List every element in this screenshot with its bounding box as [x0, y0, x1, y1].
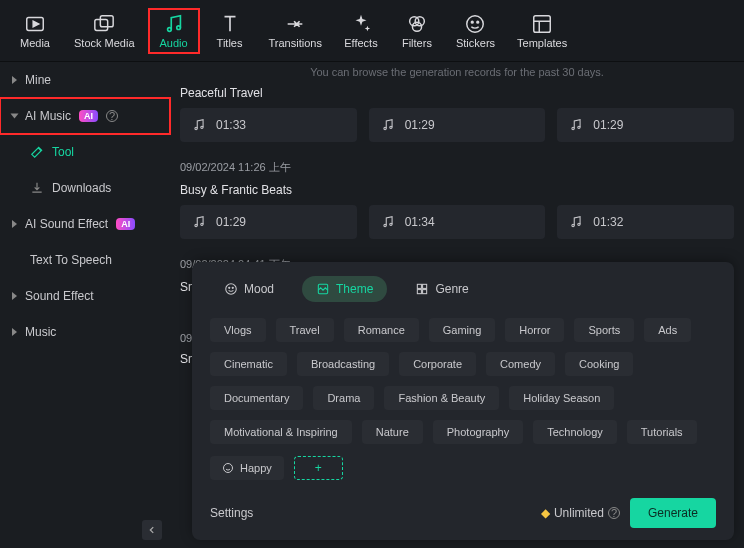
svg-point-20: [201, 223, 203, 225]
chip-photography[interactable]: Photography: [433, 420, 523, 444]
clip-duration: 01:32: [593, 215, 623, 229]
svg-point-25: [226, 284, 237, 295]
nav-label: Templates: [517, 37, 567, 49]
wand-icon: [30, 145, 44, 159]
tab-mood[interactable]: Mood: [210, 276, 288, 302]
tab-theme[interactable]: Theme: [302, 276, 387, 302]
nav-stickers[interactable]: Stickers: [448, 9, 503, 53]
sidebar-item-mine[interactable]: Mine: [0, 62, 170, 98]
music-note-icon: [381, 118, 395, 132]
nav-effects[interactable]: Effects: [336, 9, 386, 53]
chip-sports[interactable]: Sports: [574, 318, 634, 342]
tab-label: Mood: [244, 282, 274, 296]
sidebar-item-downloads[interactable]: Downloads: [0, 170, 170, 206]
sidebar-item-ai-sound-effect[interactable]: AI Sound EffectAI: [0, 206, 170, 242]
selected-chip-happy[interactable]: Happy: [210, 456, 284, 480]
theme-chips: Vlogs Travel Romance Gaming Horror Sport…: [210, 318, 716, 444]
clips-row: 01:33 01:29 01:29: [170, 108, 744, 150]
audio-clip[interactable]: 01:33: [180, 108, 357, 142]
nav-stock-media[interactable]: Stock Media: [66, 9, 143, 53]
nav-label: Stickers: [456, 37, 495, 49]
theme-icon: [316, 282, 330, 296]
chip-gaming[interactable]: Gaming: [429, 318, 496, 342]
svg-point-8: [412, 22, 421, 31]
mood-icon: [224, 282, 238, 296]
nav-titles[interactable]: Titles: [205, 9, 255, 53]
sidebar-item-sound-effect[interactable]: Sound Effect: [0, 278, 170, 314]
chip-fashion-beauty[interactable]: Fashion & Beauty: [384, 386, 499, 410]
collapse-sidebar-button[interactable]: [142, 520, 162, 540]
settings-link[interactable]: Settings: [210, 506, 253, 520]
audio-clip[interactable]: 01:29: [180, 205, 357, 239]
info-text: You can browse the generation records fo…: [170, 62, 744, 82]
help-icon[interactable]: ?: [608, 507, 620, 519]
audio-clip[interactable]: 01:29: [557, 108, 734, 142]
transitions-icon: [284, 13, 306, 35]
generate-button[interactable]: Generate: [630, 498, 716, 528]
svg-point-18: [578, 126, 580, 128]
chip-drama[interactable]: Drama: [313, 386, 374, 410]
audio-clip[interactable]: 01:29: [369, 108, 546, 142]
sidebar-item-text-to-speech[interactable]: Text To Speech: [0, 242, 170, 278]
nav-label: Stock Media: [74, 37, 135, 49]
sidebar-label: Sound Effect: [25, 289, 94, 303]
chip-motivational[interactable]: Motivational & Inspiring: [210, 420, 352, 444]
nav-media[interactable]: Media: [10, 9, 60, 53]
svg-point-15: [384, 127, 386, 129]
titles-icon: [219, 13, 241, 35]
clip-duration: 01:29: [216, 215, 246, 229]
help-icon[interactable]: ?: [106, 110, 118, 122]
selected-row: Happy +: [210, 456, 716, 480]
chip-vlogs[interactable]: Vlogs: [210, 318, 266, 342]
svg-point-5: [176, 25, 180, 29]
nav-filters[interactable]: Filters: [392, 9, 442, 53]
tab-genre[interactable]: Genre: [401, 276, 482, 302]
chip-holiday-season[interactable]: Holiday Season: [509, 386, 614, 410]
chevron-right-icon: [12, 328, 17, 336]
audio-clip[interactable]: 01:32: [557, 205, 734, 239]
sidebar: Mine AI Music AI ? Tool Downloads AI Sou…: [0, 62, 170, 548]
chip-romance[interactable]: Romance: [344, 318, 419, 342]
chevron-right-icon: [12, 76, 17, 84]
chip-comedy[interactable]: Comedy: [486, 352, 555, 376]
nav-label: Effects: [344, 37, 377, 49]
svg-rect-29: [418, 284, 422, 288]
svg-point-24: [578, 223, 580, 225]
unlimited-badge: ◆ Unlimited ?: [541, 506, 620, 520]
chip-broadcasting[interactable]: Broadcasting: [297, 352, 389, 376]
chip-travel[interactable]: Travel: [276, 318, 334, 342]
chip-technology[interactable]: Technology: [533, 420, 617, 444]
sidebar-item-music[interactable]: Music: [0, 314, 170, 350]
effects-icon: [350, 13, 372, 35]
sidebar-item-tool[interactable]: Tool: [0, 134, 170, 170]
panel-footer: Settings ◆ Unlimited ? Generate: [210, 498, 716, 528]
nav-audio[interactable]: Audio: [149, 9, 199, 53]
chevron-down-icon: [11, 114, 19, 119]
nav-templates[interactable]: Templates: [509, 9, 575, 53]
chip-horror[interactable]: Horror: [505, 318, 564, 342]
chip-cinematic[interactable]: Cinematic: [210, 352, 287, 376]
svg-point-16: [389, 126, 391, 128]
ai-badge: AI: [116, 218, 135, 230]
svg-marker-1: [33, 21, 39, 27]
svg-point-22: [389, 223, 391, 225]
sidebar-label: Tool: [52, 145, 74, 159]
chevron-right-icon: [12, 220, 17, 228]
audio-clip[interactable]: 01:34: [369, 205, 546, 239]
chip-corporate[interactable]: Corporate: [399, 352, 476, 376]
nav-transitions[interactable]: Transitions: [261, 9, 330, 53]
chip-nature[interactable]: Nature: [362, 420, 423, 444]
clips-row: 01:29 01:34 01:32: [170, 205, 744, 247]
chip-tutorials[interactable]: Tutorials: [627, 420, 697, 444]
ai-badge: AI: [79, 110, 98, 122]
chip-ads[interactable]: Ads: [644, 318, 691, 342]
svg-point-10: [472, 21, 474, 23]
add-chip-button[interactable]: +: [294, 456, 343, 480]
chip-documentary[interactable]: Documentary: [210, 386, 303, 410]
group-title: Busy & Frantic Beats: [170, 179, 744, 205]
svg-point-9: [467, 15, 484, 32]
chip-cooking[interactable]: Cooking: [565, 352, 633, 376]
music-note-icon: [381, 215, 395, 229]
sidebar-item-ai-music[interactable]: AI Music AI ?: [0, 98, 170, 134]
music-note-icon: [569, 215, 583, 229]
